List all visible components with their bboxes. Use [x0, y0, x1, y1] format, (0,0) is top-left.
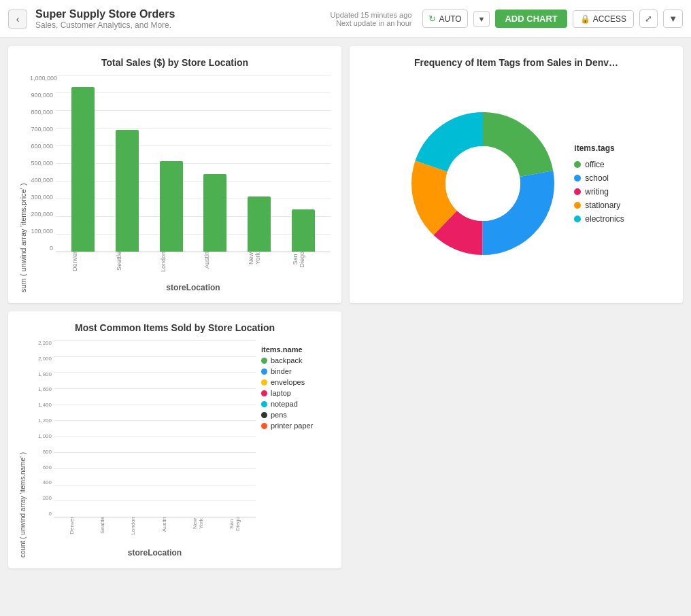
chart3-bars-area: 2,200 2,000 1,800 1,600 1,400 1,200 1,00…: [29, 340, 256, 530]
chart2-card: Frequency of Item Tags from Sales in Den…: [350, 46, 683, 303]
donut-svg: [408, 109, 558, 258]
legend-electronics: electronics: [574, 214, 624, 224]
update-info: Updated 15 minutes ago Next update in an…: [331, 11, 412, 27]
bar-newyork: [248, 196, 271, 252]
chart2-legend: items.tags office school writing station…: [574, 143, 624, 224]
chart1-title: Total Sales ($) by Store Location: [19, 57, 331, 68]
bar-seattle: [116, 130, 139, 252]
page-title: Super Supply Store Orders: [35, 8, 331, 20]
chart3-y-label: count ( unwind array 'items.name' ): [19, 340, 27, 558]
chart3-card: Most Common Items Sold by Store Location…: [8, 311, 341, 568]
writing-dot: [574, 188, 581, 195]
bar-london: [160, 161, 183, 252]
chart3-legend-title: items.name: [261, 345, 331, 354]
chart2-legend-title: items.tags: [574, 143, 624, 153]
legend-writing: writing: [574, 187, 624, 196]
chart3-y-labels: 2,200 2,000 1,800 1,600 1,400 1,200 1,00…: [29, 340, 54, 517]
chart1-container: sum ( unwind array 'items.price' ) 1,000…: [19, 75, 331, 292]
chart3-x-labels: Denver Seattle London Austin New York Sa…: [54, 517, 256, 530]
legend-printer-paper: printer paper: [261, 422, 331, 430]
dashboard-main: Total Sales ($) by Store Location sum ( …: [0, 38, 691, 577]
header-controls: Updated 15 minutes ago Next update in an…: [331, 10, 683, 28]
access-button[interactable]: 🔒 ACCESS: [573, 10, 634, 28]
chart3-inner: 2,200 2,000 1,800 1,600 1,400 1,200 1,00…: [29, 340, 256, 558]
svg-point-5: [445, 146, 520, 221]
add-chart-button[interactable]: ADD CHART: [495, 10, 567, 28]
chart1-y-labels: 1,000,000 900,000 800,000 700,000 600,00…: [30, 75, 56, 252]
chart1-area: 1,000,000 900,000 800,000 700,000 600,00…: [30, 75, 331, 292]
chart1-bars-grid: 1,000,000 900,000 800,000 700,000 600,00…: [30, 75, 331, 265]
filter-button[interactable]: ▼: [663, 10, 683, 28]
chart1-bars: [56, 75, 331, 252]
refresh-icon: ↻: [428, 14, 436, 24]
chart3-grouped-bars: [54, 340, 256, 517]
legend-stationary: stationary: [574, 201, 624, 210]
chart2-container: items.tags office school writing station…: [360, 75, 672, 292]
legend-laptop: laptop: [261, 389, 331, 397]
chart3-x-title: storeLocation: [54, 548, 256, 558]
auto-button[interactable]: ↻ AUTO: [422, 10, 467, 28]
legend-school: school: [574, 173, 624, 183]
chart3-title: Most Common Items Sold by Store Location: [19, 322, 331, 333]
chart1-x-title: storeLocation: [56, 283, 331, 292]
legend-pens: pens: [261, 411, 331, 419]
back-button[interactable]: ‹: [8, 10, 27, 29]
expand-button[interactable]: ⤢: [639, 10, 658, 28]
legend-backpack: backpack: [261, 356, 331, 364]
chart3-legend: items.name backpack binder envelopes lap…: [256, 340, 331, 558]
school-dot: [574, 175, 581, 182]
legend-office: office: [574, 160, 624, 169]
title-block: Super Supply Store Orders Sales, Custome…: [35, 8, 331, 30]
chart3-outer: count ( unwind array 'items.name' ) 2,20…: [19, 340, 331, 558]
auto-dropdown-button[interactable]: ▼: [473, 11, 490, 27]
lock-icon: 🔒: [580, 14, 590, 24]
chart2-title: Frequency of Item Tags from Sales in Den…: [360, 57, 672, 68]
legend-notepad: notepad: [261, 400, 331, 408]
legend-binder: binder: [261, 367, 331, 375]
office-dot: [574, 161, 581, 168]
chart1-y-label: sum ( unwind array 'items.price' ): [19, 75, 27, 292]
legend-envelopes: envelopes: [261, 378, 331, 386]
bar-austin: [203, 174, 226, 252]
chart1-card: Total Sales ($) by Store Location sum ( …: [8, 46, 341, 303]
bar-denver: [71, 87, 95, 252]
header: ‹ Super Supply Store Orders Sales, Custo…: [0, 0, 691, 38]
stationary-dot: [574, 202, 581, 209]
bar-sandiego: [292, 209, 315, 252]
electronics-dot: [574, 216, 581, 222]
page-subtitle: Sales, Customer Analytics, and More.: [35, 20, 331, 30]
chart1-x-labels: Denver Seattle London Austin New York Sa…: [56, 252, 331, 265]
